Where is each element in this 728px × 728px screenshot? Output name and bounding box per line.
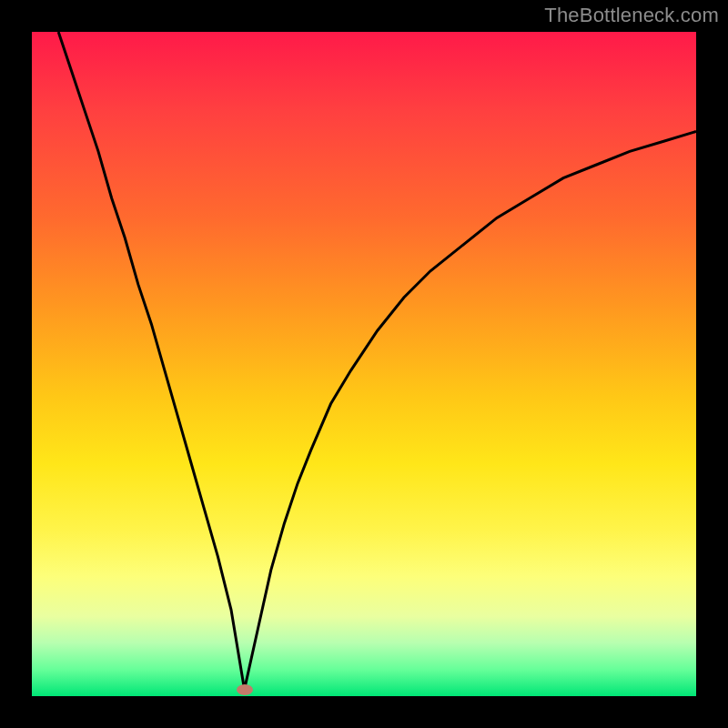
minimum-marker	[237, 684, 253, 695]
watermark-text: TheBottleneck.com	[544, 4, 719, 27]
bottleneck-curve	[32, 32, 696, 696]
plot-area	[32, 32, 696, 696]
chart-frame: TheBottleneck.com	[0, 0, 728, 728]
